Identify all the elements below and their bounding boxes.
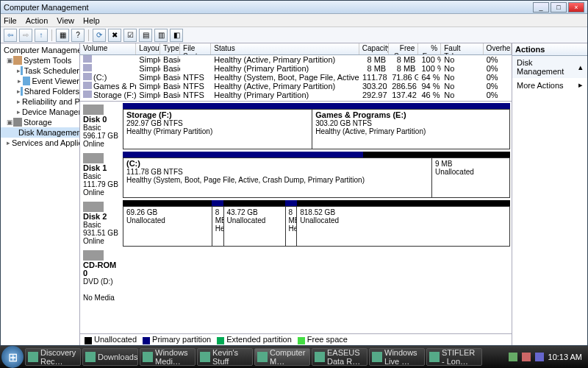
disk-row[interactable]: Disk 1Basic111.79 GBOnline(C:)111.78 GB … — [82, 152, 510, 198]
taskbar-button[interactable]: Windows Medi… — [140, 348, 196, 366]
clock[interactable]: 10:13 AM — [548, 353, 582, 361]
partition[interactable]: 9 MBUnallocated — [432, 158, 509, 197]
menu-file[interactable]: File — [4, 16, 17, 25]
taskbar-button[interactable]: Computer M… — [254, 348, 310, 366]
system-tray[interactable]: 10:13 AM — [509, 353, 587, 361]
legend-swatch-unallocated — [85, 337, 92, 344]
col-volume[interactable]: Volume — [80, 43, 136, 54]
chevron-up-icon: ▴ — [578, 63, 583, 72]
app-icon — [28, 352, 38, 362]
taskbar-button[interactable]: Discovery Rec… — [25, 348, 81, 366]
tree-item[interactable]: ▸Shared Folders — [1, 86, 79, 96]
volume-row[interactable]: Games & Programs (E:)SimpleBasicNTFSHeal… — [80, 82, 512, 91]
partition[interactable]: 69.26 GBUnallocated — [123, 207, 212, 246]
partition[interactable]: 43.72 GBUnallocated — [224, 207, 286, 246]
tool-button[interactable]: ▥ — [154, 29, 168, 42]
col-status[interactable]: Status — [211, 43, 359, 54]
disk-icon — [83, 153, 104, 163]
app-icon — [85, 352, 96, 362]
disk-label[interactable]: Disk 2Basic931.51 GBOnline — [82, 200, 123, 247]
maximize-button[interactable]: □ — [551, 2, 567, 13]
start-button[interactable] — [1, 346, 24, 368]
actions-disk-management[interactable]: Disk Management▴ — [512, 56, 587, 78]
volume-row[interactable]: (C:)SimpleBasicNTFSHealthy (System, Boot… — [80, 73, 512, 82]
partition[interactable]: Games & Programs (E:)303.20 GB NTFSHealt… — [312, 110, 509, 149]
col-freespace[interactable]: Free Space — [389, 43, 418, 54]
tray-icon[interactable] — [535, 353, 544, 361]
tray-icon[interactable] — [509, 353, 517, 361]
navigation-tree[interactable]: Computer Management (Local ▣System Tools… — [1, 43, 80, 345]
disk-icon — [83, 250, 104, 261]
disk-row[interactable]: CD-ROM 0DVD (D:)No Media — [82, 249, 510, 303]
back-button[interactable] — [4, 29, 17, 42]
tool-button[interactable]: ▤ — [139, 29, 152, 42]
col-fault[interactable]: Fault Tolerance — [441, 43, 483, 54]
actions-more[interactable]: More Actions▸ — [512, 78, 587, 92]
tree-item[interactable]: ▸Task Scheduler — [1, 66, 79, 76]
forward-button[interactable] — [19, 29, 32, 42]
volume-row[interactable]: Storage (F:)SimpleBasicNTFSHealthy (Prim… — [80, 91, 512, 99]
partition[interactable]: Storage (F:)292.97 GB NTFSHealthy (Prima… — [123, 110, 312, 149]
disk-row[interactable]: Disk 2Basic931.51 GBOnline69.26 GBUnallo… — [82, 200, 510, 247]
help-button[interactable]: ? — [71, 29, 85, 42]
disk-row[interactable]: Disk 0Basic596.17 GBOnlineStorage (F:)29… — [82, 103, 510, 149]
partition[interactable]: (C:)111.78 GB NTFSHealthy (System, Boot,… — [123, 158, 432, 197]
volume-icon — [83, 82, 92, 89]
tree-item[interactable]: ▸Reliability and Perform — [1, 96, 79, 107]
volume-list[interactable]: SimpleBasicHealthy (Active, Primary Part… — [80, 55, 512, 101]
tool-button[interactable]: ☑ — [123, 29, 137, 42]
legend-swatch-free — [298, 337, 305, 344]
taskbar-button[interactable]: Downloads — [82, 348, 138, 366]
taskbar-button[interactable]: Kevin's Stuff — [197, 348, 253, 366]
disk-label[interactable]: Disk 1Basic111.79 GBOnline — [82, 152, 123, 198]
tray-icon[interactable] — [522, 353, 531, 361]
legend-swatch-extended — [217, 337, 224, 344]
partition[interactable]: 8 MBHealt! — [286, 207, 298, 246]
col-filesystem[interactable]: File System — [180, 43, 211, 54]
tree-item[interactable]: ▸Device Manager — [1, 107, 79, 117]
taskbar-button[interactable]: EASEUS Data R… — [312, 348, 368, 366]
tree-services[interactable]: ▸Services and Applications — [1, 138, 79, 148]
volume-list-header[interactable]: Volume Layout Type File System Status Ca… — [80, 43, 512, 55]
tree-system-tools[interactable]: ▣System Tools — [1, 55, 79, 66]
computer-management-window: Computer Management _ □ × File Action Vi… — [0, 0, 588, 346]
col-type[interactable]: Type — [160, 43, 180, 54]
partition[interactable]: 8 MBHealt! — [212, 207, 224, 246]
col-pctfree[interactable]: % Free — [418, 43, 441, 54]
col-capacity[interactable]: Capacity — [359, 43, 389, 54]
app-icon — [315, 352, 325, 362]
disk-graphical-view[interactable]: Disk 0Basic596.17 GBOnlineStorage (F:)29… — [80, 101, 512, 333]
app-icon — [257, 352, 268, 362]
menu-action[interactable]: Action — [26, 16, 49, 25]
up-button[interactable] — [35, 29, 48, 42]
disk-label[interactable]: CD-ROM 0DVD (D:)No Media — [82, 249, 123, 303]
refresh-button[interactable] — [93, 29, 106, 42]
col-layout[interactable]: Layout — [136, 43, 160, 54]
tree-disk-management[interactable]: Disk Management — [1, 127, 79, 138]
tree-item-icon — [21, 87, 23, 96]
tree-storage[interactable]: ▣Storage — [1, 117, 79, 127]
tool-button[interactable]: ✖ — [108, 29, 121, 42]
properties-button[interactable]: ▦ — [56, 29, 69, 42]
chevron-right-icon: ▸ — [578, 80, 583, 90]
close-button[interactable]: × — [568, 2, 584, 13]
toolbar: ▦ ? ✖ ☑ ▤ ▥ ◧ — [1, 27, 587, 43]
volume-row[interactable]: SimpleBasicHealthy (Primary Partition)8 … — [80, 64, 512, 73]
taskbar[interactable]: Discovery Rec…DownloadsWindows Medi…Kevi… — [0, 346, 588, 368]
volume-icon — [83, 91, 92, 98]
tool-button[interactable]: ◧ — [170, 29, 183, 42]
partition[interactable]: 818.52 GBUnallocated — [297, 207, 509, 246]
volume-row[interactable]: SimpleBasicHealthy (Active, Primary Part… — [80, 55, 512, 64]
tree-item[interactable]: ▸Event Viewer — [1, 76, 79, 86]
window-title: Computer Management — [4, 3, 533, 12]
taskbar-button[interactable]: STIFLER - Lon… — [426, 348, 482, 366]
taskbar-button[interactable]: Windows Live … — [369, 348, 425, 366]
tree-item-icon — [23, 77, 31, 85]
minimize-button[interactable]: _ — [533, 2, 549, 13]
menu-view[interactable]: View — [57, 16, 74, 25]
disk-label[interactable]: Disk 0Basic596.17 GBOnline — [82, 103, 123, 149]
titlebar[interactable]: Computer Management _ □ × — [1, 1, 587, 14]
col-overhead[interactable]: Overhead — [484, 43, 512, 54]
tree-root[interactable]: Computer Management (Local — [1, 45, 79, 55]
menu-help[interactable]: Help — [83, 16, 100, 25]
